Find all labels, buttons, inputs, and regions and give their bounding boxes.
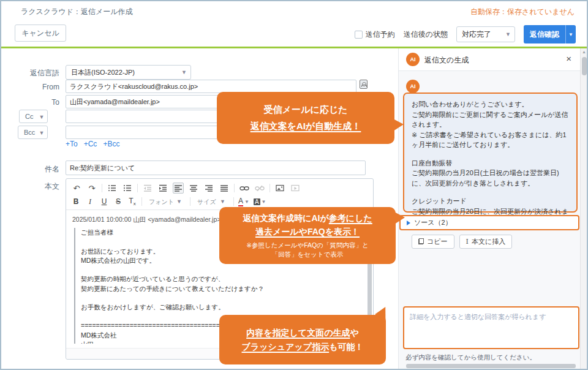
cancel-button[interactable]: キャンセル [15, 25, 66, 42]
ai-message-actions: コピー I 本文に挿入 [412, 235, 570, 249]
link-icon[interactable] [239, 183, 250, 194]
justify-icon[interactable] [219, 183, 230, 194]
after-send-status-select[interactable]: 対応完了 ▼ [456, 26, 515, 42]
bold-button[interactable]: B [71, 197, 81, 206]
add-bcc-link[interactable]: +Bcc [103, 140, 119, 148]
unordered-list-icon[interactable] [122, 183, 133, 194]
indent-icon[interactable] [157, 183, 168, 194]
reply-language-select[interactable]: 日本語(ISO-2022-JP) ▼ [66, 65, 191, 80]
ai-avatar: AI [406, 80, 420, 93]
address-book-icon[interactable] [360, 80, 368, 89]
sources-toggle[interactable]: ソース（2） [399, 215, 579, 230]
ai-message-paragraph: お問い合わせありがとうございます。 ご契約期限前にご更新に関するご案内メールが送… [412, 99, 570, 150]
autosave-status: 自動保存：保存されていません [470, 7, 575, 17]
chevron-down-icon: ▼ [181, 66, 187, 79]
callout-auto-generate: 受信メールに応じた 返信文案をAIが自動生成！ [217, 92, 394, 144]
add-to-link[interactable]: +To [66, 140, 78, 148]
reply-language-label: 返信言語 [15, 68, 59, 78]
text-color-select[interactable]: A▼ [238, 197, 249, 206]
outdent-icon[interactable] [142, 183, 153, 194]
bcc-toggle-button[interactable]: Bcc ▼ [18, 126, 48, 139]
copy-button[interactable]: コピー [412, 235, 454, 249]
insert-cursor-icon: I [466, 238, 469, 246]
ai-reply-panel: AI 返信文の生成 × AI お問い合わせありがとうございます。 ご契約期限前に… [398, 48, 588, 370]
send-confirm-button[interactable]: 返信確認 [524, 25, 565, 43]
chevron-down-icon: ▼ [39, 130, 44, 136]
subject-field[interactable] [66, 160, 366, 175]
ordered-list-icon[interactable] [107, 183, 118, 194]
insert-to-body-button[interactable]: I 本文に挿入 [459, 235, 513, 249]
ai-message-paragraph: 口座自動振替 ご契約期限の当月20日(土日祝の場合は翌営業日)に、次回更新分が引… [412, 158, 570, 189]
toolbar-separator [270, 184, 270, 192]
chevron-down-icon: ▼ [176, 196, 182, 208]
schedule-send-option[interactable]: 送信予約 [355, 29, 395, 40]
undo-icon[interactable]: ↶ [71, 183, 82, 194]
chevron-down-icon: ▼ [39, 114, 45, 120]
page-title: ラクスクラウド：返信メール作成 [21, 7, 133, 17]
ai-prompt-input[interactable] [404, 308, 578, 348]
send-controls: 送信予約 送信後の状態 対応完了 ▼ 返信確認 ▼ [355, 25, 576, 43]
chevron-right-icon [407, 221, 410, 225]
toolbar-separator [102, 184, 102, 192]
align-center-icon[interactable] [188, 183, 199, 194]
close-icon[interactable]: × [566, 53, 571, 64]
ai-disclaimer: 必ず内容を確認してから使用してください。 [405, 353, 536, 362]
compose-window: ラクスクラウド：返信メール作成 自動保存：保存されていません キャンセル 送信予… [0, 0, 588, 370]
ai-badge-icon: AI [406, 53, 420, 66]
clear-format-button[interactable]: Tx [127, 197, 137, 206]
subject-label: 件名 [15, 164, 59, 175]
chevron-down-icon: ▼ [220, 196, 225, 208]
editor-toolbar: ↶ ↷ B I U [66, 179, 373, 210]
send-confirm-dropdown[interactable]: ▼ [565, 25, 576, 43]
ai-panel-title: 返信文の生成 [424, 55, 469, 66]
toolbar-separator [141, 197, 142, 206]
align-left-icon[interactable] [173, 183, 184, 194]
horizontal-scrollbar[interactable] [406, 364, 576, 368]
callout-tail [393, 119, 404, 131]
toolbar-separator [233, 197, 234, 206]
send-confirm-group: 返信確認 ▼ [524, 25, 576, 43]
add-cc-link[interactable]: +Cc [84, 140, 97, 148]
scrollbar-thumb[interactable] [582, 57, 587, 75]
unlink-icon[interactable] [254, 183, 265, 194]
scroll-up-icon[interactable]: ▲ [582, 50, 586, 54]
strikethrough-button[interactable]: S [113, 197, 123, 206]
to-label: To [15, 98, 59, 107]
background-color-select[interactable]: A▼ [254, 198, 266, 205]
schedule-send-checkbox[interactable] [355, 31, 363, 39]
redo-icon[interactable]: ↷ [86, 183, 97, 194]
toolbar-separator [137, 184, 138, 192]
font-family-select[interactable]: フォント▼ [146, 196, 186, 208]
ai-prompt-box [403, 306, 579, 349]
italic-button[interactable]: I [85, 197, 95, 206]
add-recipient-links: +To +Cc +Bcc [66, 140, 119, 148]
panel-scrollbar[interactable]: ▲ [580, 48, 588, 370]
after-send-status-label: 送信後の状態 [404, 29, 448, 40]
from-label: From [15, 83, 59, 91]
image-icon[interactable] [274, 183, 285, 194]
font-size-select[interactable]: サイズ▼ [195, 196, 229, 208]
media-icon[interactable] [290, 183, 301, 194]
chevron-down-icon: ▼ [505, 27, 511, 42]
toolbar-separator [234, 184, 235, 192]
align-right-icon[interactable] [203, 183, 214, 194]
callout-tail [375, 304, 393, 322]
ai-reply-suggestion: お問い合わせありがとうございます。 ご契約期限前にご更新に関するご案内メールが送… [403, 92, 578, 213]
schedule-send-label: 送信予約 [366, 29, 395, 40]
callout-prompt: 内容を指定して文面の生成や ブラッシュアップ指示も可能！ [219, 315, 386, 364]
underline-button[interactable]: U [99, 197, 109, 206]
ai-panel-header: AI 返信文の生成 × [399, 48, 580, 71]
cc-toggle-button[interactable]: Cc ▼ [19, 110, 48, 123]
body-label: 本文 [15, 181, 59, 192]
from-field[interactable] [66, 80, 356, 93]
toolbar-separator [190, 197, 190, 206]
copy-icon [418, 238, 424, 244]
callout-sources: 返信文案作成時にAIが参考にした 過去メールやFAQを表示！ ※参照したメールや… [219, 207, 396, 264]
callout-tail [394, 212, 405, 224]
